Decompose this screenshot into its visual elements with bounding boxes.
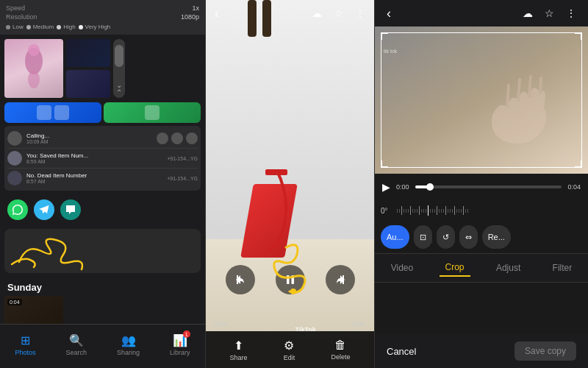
more-icon-crop[interactable]: ⋮ xyxy=(566,7,576,19)
scroll-handle[interactable]: ⌃ ⌄ xyxy=(113,39,125,98)
star-icon-crop[interactable]: ☆ xyxy=(545,7,554,19)
cancel-button[interactable]: Cancel xyxy=(387,346,416,357)
reset-tool-button[interactable]: Re... xyxy=(482,225,511,249)
photo-thumb-dark-2[interactable] xyxy=(66,70,110,98)
rotation-row: 0° xyxy=(375,200,588,221)
photos-label: Photos xyxy=(15,349,35,356)
quality-very-high[interactable]: Very High xyxy=(79,24,111,30)
video-top-bar: ‹ ☁ ☆ ⋮ xyxy=(206,0,374,26)
cloud-icon[interactable]: ☁ xyxy=(312,7,322,19)
whatsapp-icon[interactable] xyxy=(7,199,28,220)
search-icon: 🔍 xyxy=(69,333,84,347)
edit-button[interactable]: ⚙ Edit xyxy=(284,339,295,361)
video-display-area: TikTok @carlosmarinecindingmash... xyxy=(206,0,374,368)
video-player-panel: ‹ ☁ ☆ ⋮ xyxy=(206,0,375,368)
contact-row-1[interactable]: Calling... 10:09 AM xyxy=(7,129,198,149)
aspect-tool-button[interactable]: ⊡ xyxy=(414,225,432,249)
photos-scroll-area[interactable]: ⌃ ⌄ Calling... 10:09 AM xyxy=(0,35,205,324)
cloud-icon-crop[interactable]: ☁ xyxy=(523,7,533,19)
crop-bottom-bar: Cancel Save copy xyxy=(375,334,588,368)
photo-thumb-dark-1[interactable] xyxy=(66,39,110,67)
tab-filter[interactable]: Filter xyxy=(547,260,578,276)
green-widget[interactable] xyxy=(104,102,201,123)
contact-row-2[interactable]: You: Saved Item Num... 8:59 AM +91-154..… xyxy=(7,149,198,169)
quality-high[interactable]: High xyxy=(57,24,75,30)
nav-photos[interactable]: ⊞ Photos xyxy=(15,333,35,356)
quality-medium[interactable]: Medium xyxy=(26,24,54,30)
video-scribble-annotation xyxy=(257,240,330,302)
video-action-bar: ⬆ Share ⚙ Edit 🗑 Delete xyxy=(206,331,374,368)
star-icon[interactable]: ☆ xyxy=(334,7,343,19)
rotate-tool-button[interactable]: ↺ xyxy=(437,225,455,249)
sharing-label: Sharing xyxy=(117,349,140,356)
share-label: Share xyxy=(230,354,248,361)
aspect-tool-icon: ⊡ xyxy=(420,233,426,242)
chat-icon[interactable] xyxy=(60,199,81,220)
delete-label: Delete xyxy=(331,353,350,361)
trash-icon: 🗑 xyxy=(334,339,346,352)
settings-bar: Speed 1x Resolution 1080p Low Medium Hig… xyxy=(0,0,205,35)
save-copy-button[interactable]: Save copy xyxy=(514,342,576,361)
speed-value: 1x xyxy=(192,4,199,12)
timeline-track[interactable] xyxy=(415,185,562,188)
thumb-row-figurine: ⌃ ⌄ xyxy=(4,39,201,98)
section-sunday: Sunday xyxy=(4,276,201,296)
svg-point-6 xyxy=(290,289,296,294)
crop-corner-br[interactable] xyxy=(575,160,582,168)
tab-video[interactable]: Video xyxy=(385,260,419,276)
call-icons xyxy=(157,132,198,144)
contacts-panel: Calling... 10:09 AM You: Saved Item Num.… xyxy=(4,126,201,191)
rewind-button[interactable] xyxy=(226,265,255,294)
quality-low[interactable]: Low xyxy=(6,24,24,30)
photo-thumb-figurine[interactable] xyxy=(4,39,63,98)
share-button[interactable]: ⬆ Share xyxy=(230,339,248,361)
crop-corner-tr[interactable] xyxy=(575,32,582,40)
back-icon[interactable]: ‹ xyxy=(215,6,219,21)
blue-widget[interactable] xyxy=(4,102,101,123)
crop-overlay-border[interactable] xyxy=(381,32,582,168)
photos-icon: ⊞ xyxy=(21,333,30,347)
back-icon-crop[interactable]: ‹ xyxy=(387,6,391,21)
tab-crop[interactable]: Crop xyxy=(440,259,470,277)
playback-time-start: 0:00 xyxy=(396,183,409,191)
crop-top-icons-right: ☁ ☆ ⋮ xyxy=(523,7,576,19)
photos-panel: Speed 1x Resolution 1080p Low Medium Hig… xyxy=(0,0,206,368)
delete-button[interactable]: 🗑 Delete xyxy=(331,339,350,361)
crop-tabs: Video Crop Adjust Filter xyxy=(375,253,588,283)
timeline-thumb[interactable] xyxy=(426,183,434,191)
sharing-icon: 👥 xyxy=(121,333,136,347)
auto-tool-button[interactable]: Au... xyxy=(381,225,409,249)
video-duration-badge: 0:04 xyxy=(7,299,22,305)
bottom-nav: ⊞ Photos 🔍 Search 👥 Sharing 📊 1 Library xyxy=(0,324,205,368)
crop-canvas[interactable]: tik tok xyxy=(375,26,588,174)
svg-point-1 xyxy=(28,71,40,88)
rotation-ticks[interactable] xyxy=(397,205,582,216)
video-thumb-sunday[interactable]: 0:04 xyxy=(4,296,63,324)
video-time-end: 0:04 xyxy=(352,320,365,328)
more-icon[interactable]: ⋮ xyxy=(355,7,365,19)
edit-label: Edit xyxy=(284,354,295,361)
reset-tool-label: Re... xyxy=(488,233,505,241)
telegram-icon[interactable] xyxy=(34,199,54,220)
contact-row-3[interactable]: No. Dead Item Number 8:57 AM +91-154...Y… xyxy=(7,169,198,188)
video-playground-scene: TikTok @carlosmarinecindingmash... xyxy=(206,0,374,368)
rotation-label: 0° xyxy=(381,207,388,215)
crop-corner-tl[interactable] xyxy=(381,32,388,40)
play-button-crop[interactable]: ▶ xyxy=(382,181,390,193)
flip-tool-button[interactable]: ⇔ xyxy=(459,225,478,249)
flip-tool-icon: ⇔ xyxy=(465,233,472,242)
crop-tool-panel: ‹ ☁ ☆ ⋮ xyxy=(375,0,588,368)
nav-sharing[interactable]: 👥 Sharing xyxy=(117,333,140,356)
nav-search[interactable]: 🔍 Search xyxy=(65,333,87,356)
resolution-value: 1080p xyxy=(181,13,199,21)
tab-adjust[interactable]: Adjust xyxy=(490,260,526,276)
app-dots-row xyxy=(4,194,201,226)
library-label: Library xyxy=(170,349,190,356)
scroll-handle-area: ⌃ ⌄ xyxy=(113,39,125,98)
crop-corner-bl[interactable] xyxy=(381,160,388,168)
search-label: Search xyxy=(65,349,87,356)
crop-playback-row: ▶ 0:00 0:04 xyxy=(375,174,588,200)
nav-library[interactable]: 📊 1 Library xyxy=(170,333,190,356)
edit-icon: ⚙ xyxy=(284,339,294,353)
video-time-current: 0:05 xyxy=(215,320,228,328)
